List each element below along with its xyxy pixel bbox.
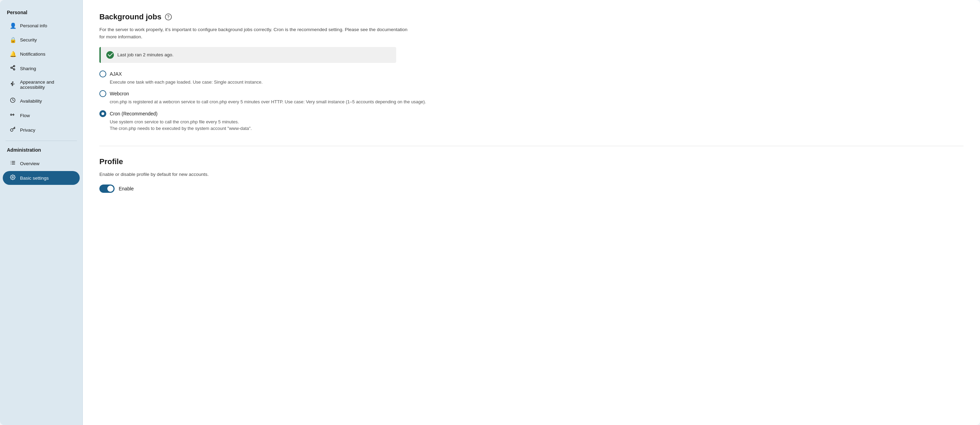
sidebar-label-overview: Overview <box>20 161 39 166</box>
app-container: Personal 👤 Personal info 🔒 Security 🔔 No… <box>0 0 980 425</box>
cron-description: Use system cron service to call the cron… <box>110 118 489 132</box>
sidebar-item-security[interactable]: 🔒 Security <box>3 33 80 46</box>
sidebar-item-overview[interactable]: Overview <box>3 157 80 170</box>
svg-point-5 <box>13 81 13 83</box>
sidebar: Personal 👤 Personal info 🔒 Security 🔔 No… <box>0 0 83 425</box>
sidebar-label-appearance: Appearance and accessibility <box>20 80 73 90</box>
sidebar-label-flow: Flow <box>20 113 30 118</box>
lock-icon: 🔒 <box>10 37 16 43</box>
sidebar-item-sharing[interactable]: Sharing <box>3 62 80 75</box>
sidebar-item-personal-info[interactable]: 👤 Personal info <box>3 19 80 32</box>
sidebar-label-privacy: Privacy <box>20 128 35 133</box>
webcron-option: Webcron cron.php is registered at a webc… <box>99 90 963 105</box>
profile-description: Enable or disable profile by default for… <box>99 171 410 178</box>
sidebar-item-privacy[interactable]: Privacy <box>3 123 80 137</box>
share-icon <box>10 65 16 72</box>
personal-section-title: Personal <box>0 7 83 19</box>
key-icon <box>10 126 16 133</box>
profile-toggle-row: Enable <box>99 185 963 193</box>
background-jobs-section: Background jobs ? For the server to work… <box>99 13 963 132</box>
sidebar-label-personal-info: Personal info <box>20 23 47 28</box>
sidebar-item-basic-settings[interactable]: Basic settings <box>3 171 80 185</box>
sidebar-item-notifications[interactable]: 🔔 Notifications <box>3 47 80 61</box>
sidebar-item-appearance[interactable]: Appearance and accessibility <box>3 76 80 93</box>
main-content: Background jobs ? For the server to work… <box>83 0 980 425</box>
ajax-radio-circle[interactable] <box>99 70 106 77</box>
sidebar-label-security: Security <box>20 37 37 43</box>
cron-radio-circle[interactable] <box>99 110 106 117</box>
ajax-radio-label[interactable]: AJAX <box>99 70 963 77</box>
help-icon[interactable]: ? <box>165 13 172 21</box>
sidebar-item-availability[interactable]: Availability <box>3 94 80 108</box>
profile-enable-label: Enable <box>119 186 134 192</box>
ajax-description: Execute one task with each page loaded. … <box>110 79 489 86</box>
profile-section: Profile Enable or disable profile by def… <box>99 157 963 193</box>
background-jobs-description: For the server to work properly, it's im… <box>99 26 410 41</box>
bell-icon: 🔔 <box>10 51 16 58</box>
profile-enable-toggle[interactable] <box>99 185 115 193</box>
sidebar-label-basic-settings: Basic settings <box>20 176 49 181</box>
status-bar: Last job ran 2 minutes ago. <box>99 47 396 63</box>
background-jobs-title: Background jobs ? <box>99 13 963 21</box>
list-icon <box>10 160 16 167</box>
cron-radio-label[interactable]: Cron (Recommended) <box>99 110 963 117</box>
administration-section-title: Administration <box>0 144 83 156</box>
sidebar-label-sharing: Sharing <box>20 66 36 71</box>
status-check-icon <box>106 51 114 59</box>
gear-icon <box>10 174 16 181</box>
flow-icon <box>10 112 16 119</box>
webcron-description: cron.php is registered at a webcron serv… <box>110 99 489 105</box>
person-icon: 👤 <box>10 22 16 29</box>
cron-option: Cron (Recommended) Use system cron servi… <box>99 110 963 132</box>
svg-line-4 <box>12 66 14 67</box>
sidebar-item-flow[interactable]: Flow <box>3 109 80 122</box>
accessibility-icon <box>10 81 16 88</box>
sidebar-label-availability: Availability <box>20 99 42 104</box>
clock-icon <box>10 97 16 104</box>
sidebar-label-notifications: Notifications <box>20 51 46 57</box>
sidebar-divider <box>6 141 77 141</box>
profile-title: Profile <box>99 157 963 166</box>
webcron-radio-label[interactable]: Webcron <box>99 90 963 97</box>
ajax-option: AJAX Execute one task with each page loa… <box>99 70 963 86</box>
svg-line-3 <box>12 68 14 69</box>
cron-label: Cron (Recommended) <box>110 111 158 117</box>
ajax-label: AJAX <box>110 71 122 77</box>
webcron-label: Webcron <box>110 91 129 96</box>
status-text: Last job ran 2 minutes ago. <box>117 52 173 58</box>
webcron-radio-circle[interactable] <box>99 90 106 97</box>
svg-point-15 <box>12 177 13 178</box>
section-divider <box>99 146 963 146</box>
